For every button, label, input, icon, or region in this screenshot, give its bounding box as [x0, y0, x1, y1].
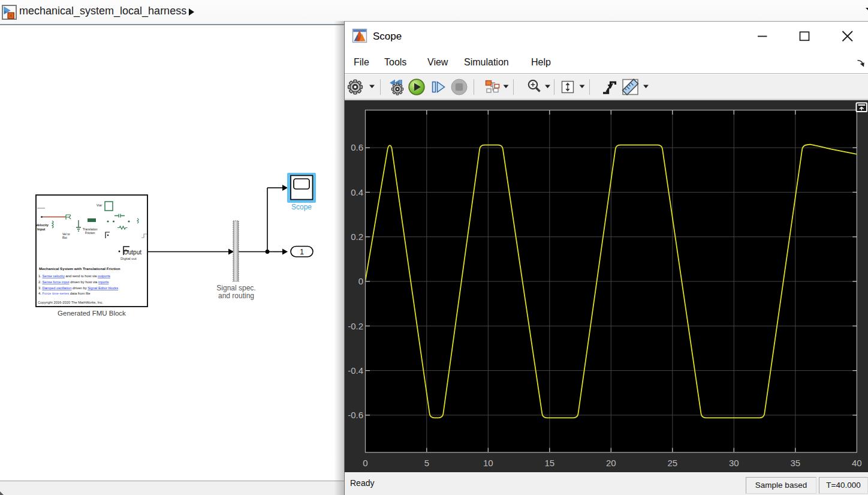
svg-text:25: 25	[667, 458, 677, 468]
svg-text:20: 20	[606, 458, 616, 468]
svg-text:-0.6: -0.6	[348, 410, 363, 420]
svg-text:40: 40	[852, 458, 862, 468]
svg-text:35: 35	[790, 458, 800, 468]
svg-text:0.4: 0.4	[351, 187, 363, 197]
svg-text:0.6: 0.6	[351, 142, 363, 152]
svg-text:1: 1	[300, 248, 304, 256]
svg-text:-0.2: -0.2	[348, 321, 363, 331]
svg-text:15: 15	[544, 458, 554, 468]
svg-text:0.2: 0.2	[351, 232, 363, 242]
svg-text:0: 0	[358, 276, 363, 286]
svg-text:0: 0	[363, 458, 367, 468]
svg-text:10: 10	[483, 458, 493, 468]
svg-text:5: 5	[424, 458, 429, 468]
svg-text:-0.4: -0.4	[348, 365, 363, 376]
svg-text:30: 30	[729, 458, 739, 468]
